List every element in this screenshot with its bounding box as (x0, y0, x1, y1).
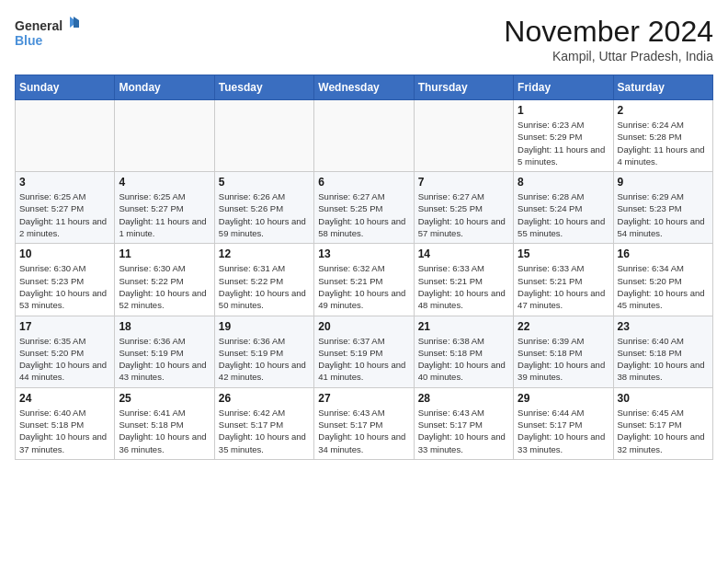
svg-text:Blue: Blue (15, 33, 43, 48)
day-number: 15 (518, 247, 609, 260)
day-number: 21 (418, 320, 509, 333)
day-number: 18 (119, 320, 210, 333)
table-row: 27Sunrise: 6:43 AMSunset: 5:17 PMDayligh… (314, 387, 414, 459)
table-row: 15Sunrise: 6:33 AMSunset: 5:21 PMDayligh… (514, 244, 613, 316)
day-info: Sunrise: 6:34 AMSunset: 5:20 PMDaylight:… (618, 262, 709, 311)
table-row: 2Sunrise: 6:24 AMSunset: 5:28 PMDaylight… (613, 100, 712, 172)
day-info: Sunrise: 6:40 AMSunset: 5:18 PMDaylight:… (618, 335, 709, 384)
day-info: Sunrise: 6:25 AMSunset: 5:27 PMDaylight:… (119, 190, 210, 239)
day-number: 5 (219, 176, 310, 189)
col-wednesday: Wednesday (314, 75, 414, 100)
day-number: 11 (119, 247, 210, 260)
day-info: Sunrise: 6:23 AMSunset: 5:29 PMDaylight:… (518, 119, 609, 167)
table-row (314, 100, 414, 172)
svg-marker-3 (74, 17, 79, 28)
day-number: 30 (618, 392, 709, 405)
table-row: 13Sunrise: 6:32 AMSunset: 5:21 PMDayligh… (314, 244, 414, 316)
table-row: 30Sunrise: 6:45 AMSunset: 5:17 PMDayligh… (613, 387, 712, 459)
svg-text:General: General (15, 18, 63, 33)
table-row: 6Sunrise: 6:27 AMSunset: 5:25 PMDaylight… (314, 172, 414, 244)
table-row (214, 100, 313, 172)
table-row: 29Sunrise: 6:44 AMSunset: 5:17 PMDayligh… (514, 387, 613, 459)
day-number: 27 (318, 392, 409, 405)
day-info: Sunrise: 6:25 AMSunset: 5:27 PMDaylight:… (19, 190, 110, 239)
col-tuesday: Tuesday (214, 75, 313, 100)
table-row (115, 100, 214, 172)
table-row: 1Sunrise: 6:23 AMSunset: 5:29 PMDaylight… (514, 100, 613, 172)
table-row: 3Sunrise: 6:25 AMSunset: 5:27 PMDaylight… (16, 172, 115, 244)
day-number: 8 (518, 176, 609, 189)
day-info: Sunrise: 6:36 AMSunset: 5:19 PMDaylight:… (219, 335, 310, 384)
table-row: 16Sunrise: 6:34 AMSunset: 5:20 PMDayligh… (613, 244, 712, 316)
day-info: Sunrise: 6:33 AMSunset: 5:21 PMDaylight:… (518, 262, 609, 311)
day-info: Sunrise: 6:41 AMSunset: 5:18 PMDaylight:… (119, 407, 210, 455)
table-row: 5Sunrise: 6:26 AMSunset: 5:26 PMDaylight… (214, 172, 313, 244)
day-info: Sunrise: 6:43 AMSunset: 5:17 PMDaylight:… (418, 407, 509, 455)
day-info: Sunrise: 6:37 AMSunset: 5:19 PMDaylight:… (318, 335, 409, 384)
day-info: Sunrise: 6:38 AMSunset: 5:18 PMDaylight:… (418, 335, 509, 384)
col-friday: Friday (514, 75, 613, 100)
table-row: 19Sunrise: 6:36 AMSunset: 5:19 PMDayligh… (214, 316, 313, 387)
table-row: 21Sunrise: 6:38 AMSunset: 5:18 PMDayligh… (414, 316, 513, 387)
day-number: 12 (219, 247, 310, 260)
day-info: Sunrise: 6:36 AMSunset: 5:19 PMDaylight:… (119, 335, 210, 384)
calendar-week-row: 17Sunrise: 6:35 AMSunset: 5:20 PMDayligh… (16, 316, 713, 387)
day-info: Sunrise: 6:27 AMSunset: 5:25 PMDaylight:… (418, 190, 509, 239)
day-info: Sunrise: 6:43 AMSunset: 5:17 PMDaylight:… (318, 407, 409, 455)
day-number: 2 (618, 104, 709, 117)
day-number: 20 (318, 320, 409, 333)
calendar: Sunday Monday Tuesday Wednesday Thursday… (15, 75, 713, 460)
day-number: 22 (518, 320, 609, 333)
table-row: 17Sunrise: 6:35 AMSunset: 5:20 PMDayligh… (16, 316, 115, 387)
table-row: 7Sunrise: 6:27 AMSunset: 5:25 PMDaylight… (414, 172, 513, 244)
table-row: 25Sunrise: 6:41 AMSunset: 5:18 PMDayligh… (115, 387, 214, 459)
day-number: 6 (318, 176, 409, 189)
day-number: 29 (518, 392, 609, 405)
table-row: 10Sunrise: 6:30 AMSunset: 5:23 PMDayligh… (16, 244, 115, 316)
table-row: 18Sunrise: 6:36 AMSunset: 5:19 PMDayligh… (115, 316, 214, 387)
day-info: Sunrise: 6:30 AMSunset: 5:22 PMDaylight:… (119, 262, 210, 311)
day-info: Sunrise: 6:28 AMSunset: 5:24 PMDaylight:… (518, 190, 609, 239)
subtitle: Kampil, Uttar Pradesh, India (504, 49, 713, 63)
table-row: 8Sunrise: 6:28 AMSunset: 5:24 PMDaylight… (514, 172, 613, 244)
col-thursday: Thursday (414, 75, 513, 100)
table-row: 14Sunrise: 6:33 AMSunset: 5:21 PMDayligh… (414, 244, 513, 316)
day-number: 3 (19, 176, 110, 189)
day-info: Sunrise: 6:30 AMSunset: 5:23 PMDaylight:… (19, 262, 110, 311)
day-number: 9 (618, 176, 709, 189)
day-number: 4 (119, 176, 210, 189)
day-info: Sunrise: 6:42 AMSunset: 5:17 PMDaylight:… (219, 407, 310, 455)
table-row: 9Sunrise: 6:29 AMSunset: 5:23 PMDaylight… (613, 172, 712, 244)
day-info: Sunrise: 6:39 AMSunset: 5:18 PMDaylight:… (518, 335, 609, 384)
day-info: Sunrise: 6:24 AMSunset: 5:28 PMDaylight:… (618, 119, 709, 167)
col-saturday: Saturday (613, 75, 712, 100)
day-info: Sunrise: 6:45 AMSunset: 5:17 PMDaylight:… (618, 407, 709, 455)
day-number: 1 (518, 104, 609, 117)
table-row (16, 100, 115, 172)
col-sunday: Sunday (16, 75, 115, 100)
calendar-week-row: 3Sunrise: 6:25 AMSunset: 5:27 PMDaylight… (16, 172, 713, 244)
day-info: Sunrise: 6:31 AMSunset: 5:22 PMDaylight:… (219, 262, 310, 311)
day-info: Sunrise: 6:44 AMSunset: 5:17 PMDaylight:… (518, 407, 609, 455)
table-row: 23Sunrise: 6:40 AMSunset: 5:18 PMDayligh… (613, 316, 712, 387)
logo-icon: General Blue (15, 15, 79, 52)
page: General Blue November 2024 Kampil, Uttar… (0, 0, 728, 563)
calendar-week-row: 10Sunrise: 6:30 AMSunset: 5:23 PMDayligh… (16, 244, 713, 316)
table-row: 26Sunrise: 6:42 AMSunset: 5:17 PMDayligh… (214, 387, 313, 459)
day-number: 17 (19, 320, 110, 333)
day-info: Sunrise: 6:32 AMSunset: 5:21 PMDaylight:… (318, 262, 409, 311)
day-info: Sunrise: 6:35 AMSunset: 5:20 PMDaylight:… (19, 335, 110, 384)
table-row: 4Sunrise: 6:25 AMSunset: 5:27 PMDaylight… (115, 172, 214, 244)
logo: General Blue (15, 15, 79, 52)
header: General Blue November 2024 Kampil, Uttar… (15, 15, 713, 63)
day-info: Sunrise: 6:29 AMSunset: 5:23 PMDaylight:… (618, 190, 709, 239)
table-row: 11Sunrise: 6:30 AMSunset: 5:22 PMDayligh… (115, 244, 214, 316)
day-number: 24 (19, 392, 110, 405)
calendar-week-row: 1Sunrise: 6:23 AMSunset: 5:29 PMDaylight… (16, 100, 713, 172)
day-number: 19 (219, 320, 310, 333)
day-info: Sunrise: 6:27 AMSunset: 5:25 PMDaylight:… (318, 190, 409, 239)
day-number: 10 (19, 247, 110, 260)
day-number: 23 (618, 320, 709, 333)
col-monday: Monday (115, 75, 214, 100)
table-row: 22Sunrise: 6:39 AMSunset: 5:18 PMDayligh… (514, 316, 613, 387)
